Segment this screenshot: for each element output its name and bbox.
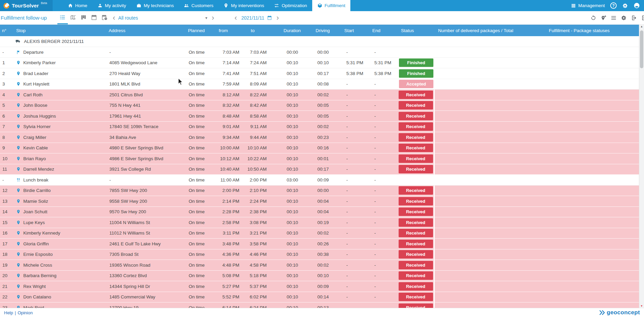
list-button[interactable]: [611, 15, 617, 21]
column-header[interactable]: Address: [105, 25, 185, 36]
cell-start: -: [341, 175, 369, 185]
cell-end: -: [369, 143, 398, 153]
nav-item-my-technicians[interactable]: My technicians: [131, 0, 179, 11]
table-row[interactable]: 23Mark Reid12700 Hwy 19On time6:14 PM6:2…: [0, 302, 639, 308]
table-row[interactable]: -Departure-On time7:03 AM7:03 AM00:0000:…: [0, 47, 639, 58]
view-calendar-button[interactable]: [89, 11, 99, 24]
column-header[interactable]: Duration: [280, 25, 312, 36]
table-row[interactable]: 13Mamie Soliz9558 SW Hwy 200On time2:14 …: [0, 196, 639, 207]
cell-address: 3921 Sw College Rd: [105, 164, 185, 175]
cell-duration: 00:10: [280, 111, 312, 121]
cell-fulfillment-statuses: [545, 153, 639, 164]
nav-item-management[interactable]: Management: [571, 3, 605, 8]
add-location-icon: [600, 15, 607, 21]
nav-item-home[interactable]: Home: [63, 0, 92, 11]
status-badge: Received: [399, 165, 433, 173]
view-route-list-button[interactable]: [57, 11, 68, 24]
column-header[interactable]: Number of delivered packages / Total: [435, 25, 545, 36]
table-row[interactable]: 2Brad Leader270 Heald WayOn time7:41 AM7…: [0, 68, 639, 79]
table-row[interactable]: 11Darrell Mendez3921 Sw College RdOn tim…: [0, 164, 639, 175]
cell-to: 9:44 AM: [247, 132, 280, 143]
share-button[interactable]: [641, 15, 644, 21]
help-icon[interactable]: ?: [610, 2, 617, 9]
column-header[interactable]: Start: [341, 25, 369, 36]
column-header[interactable]: from: [215, 25, 247, 36]
scroll-up-arrow-icon[interactable]: ▲: [639, 25, 644, 28]
nav-item-customers[interactable]: Customers: [179, 0, 218, 11]
date-next-button[interactable]: ›: [273, 14, 282, 22]
refresh-button[interactable]: [590, 15, 596, 21]
scrollbar-thumb[interactable]: [640, 30, 643, 68]
table-row[interactable]: 9Kevin Cable4980 E Silver Springs BlvdOn…: [0, 143, 639, 154]
table-row[interactable]: -Lunch break-On time11:00 AM2:00 PM03:00…: [0, 175, 639, 186]
list-icon: [611, 15, 617, 21]
cell-stop-number: 14: [0, 207, 13, 217]
help-link[interactable]: Help: [4, 310, 13, 315]
cell-packages: [435, 90, 545, 100]
cell-driving: 00:08: [312, 79, 341, 90]
nav-item-fulfillment[interactable]: Fulfillment: [312, 0, 351, 11]
cell-to: 10:50 AM: [247, 164, 280, 175]
cell-packages: [435, 271, 545, 281]
scroll-down-arrow-icon[interactable]: ▼: [639, 304, 644, 308]
column-header[interactable]: End: [369, 25, 398, 36]
route-group-row[interactable]: ALEXIS BERGER 2021/11/11: [0, 36, 639, 47]
table-row[interactable]: 8Craig Miller34 Bahia AveOn time9:34 AM9…: [0, 132, 639, 143]
table-row[interactable]: 1Kimberly Parker4085 Wedgewood LaneOn ti…: [0, 58, 639, 69]
column-header[interactable]: n°: [0, 25, 13, 36]
stop-name: John Boose: [23, 103, 47, 108]
cell-fulfillment-statuses: [545, 90, 639, 100]
table-row[interactable]: 19Michele Cross19365 Wiscon RoadOn time4…: [0, 260, 639, 271]
cell-start: -: [341, 100, 369, 111]
cell-driving: 00:02: [312, 228, 341, 239]
table-row[interactable]: 7Sylvia Horner17840 SE 109th TerraceOn t…: [0, 122, 639, 132]
vertical-scrollbar[interactable]: ▲ ▼: [639, 25, 644, 308]
column-header[interactable]: Driving: [312, 25, 341, 36]
column-header[interactable]: to: [247, 25, 280, 36]
table-row[interactable]: 16Kimberly Kennedy11012 N Williams StOn …: [0, 228, 639, 239]
column-header[interactable]: Stop: [13, 25, 105, 36]
gear-icon[interactable]: [622, 3, 628, 9]
view-columns-button[interactable]: [78, 11, 89, 24]
date-picker[interactable]: 2021/11/11: [241, 15, 272, 21]
nav-item-my-activity[interactable]: My activity: [92, 0, 131, 11]
table-row[interactable]: 12Birdie Carrillo7855 SW Hwy 200On time2…: [0, 186, 639, 196]
table-row[interactable]: 20Barbara Berning13360 Cortez BlvdOn tim…: [0, 271, 639, 282]
cell-packages: [435, 164, 545, 175]
column-header[interactable]: Planned: [185, 25, 215, 36]
table-row[interactable]: 17Gloria Griffin2461 E Gulf To Lake HwyO…: [0, 239, 639, 249]
column-header[interactable]: Fulfillment - Package statuses: [545, 25, 639, 36]
table-row[interactable]: 10Brian Rayo4986 E Silver Springs BlvdOn…: [0, 153, 639, 164]
table-row[interactable]: 14Joan Schutt9570 Sw Hwy 200On time2:28 …: [0, 207, 639, 218]
export-button[interactable]: [631, 15, 637, 21]
calendar-icon: [267, 15, 272, 20]
stop-name: Lunch break: [23, 177, 48, 182]
table-row[interactable]: 3Kurt Hayslett1801 MLK BlvdOn time7:59 A…: [0, 79, 639, 90]
table-row[interactable]: 5John Boose755 N Hwy 441On time8:32 AM8:…: [0, 100, 639, 111]
table-row[interactable]: 18Ernie Esposito7305 Broad StOn time4:36…: [0, 249, 639, 260]
truck-icon: [15, 39, 21, 44]
table-row[interactable]: 6Joshua Huggins17961 Hwy 441On time8:48 …: [0, 111, 639, 122]
routes-prev-button[interactable]: ‹: [110, 14, 118, 22]
table-row[interactable]: 21Rex Wright14344 Spring Hill DrOn time5…: [0, 281, 639, 292]
routes-dropdown[interactable]: All routes ▾: [118, 15, 209, 21]
routes-next-button[interactable]: ›: [209, 14, 217, 22]
nav-right: Management ?: [571, 0, 644, 11]
cell-duration: 03:00: [280, 175, 312, 185]
view-calendar-clock-button[interactable]: [99, 11, 110, 24]
column-header[interactable]: Status: [398, 25, 435, 36]
settings-button[interactable]: [621, 15, 627, 21]
date-prev-button[interactable]: ‹: [232, 14, 240, 22]
opinion-link[interactable]: Opinion: [18, 310, 33, 315]
table-row[interactable]: 4Carl Roth2501 Citrus BlvdOn time8:12 AM…: [0, 90, 639, 100]
nav-item-optimization[interactable]: Optimization: [269, 0, 312, 11]
cell-duration: 00:10: [280, 260, 312, 270]
map-pin-icon: [16, 71, 21, 76]
table-row[interactable]: 22Don Catalano1485 Commercial WayOn time…: [0, 292, 639, 303]
nav-item-my-interventions[interactable]: My interventions: [218, 0, 269, 11]
view-map-button[interactable]: [68, 11, 78, 24]
table-row[interactable]: 15Lupe Keys11004 N Williams StOn time2:5…: [0, 217, 639, 228]
brand[interactable]: TourSolver Beta: [0, 0, 53, 11]
account-icon[interactable]: [634, 2, 640, 9]
add-location-button[interactable]: [600, 15, 607, 21]
